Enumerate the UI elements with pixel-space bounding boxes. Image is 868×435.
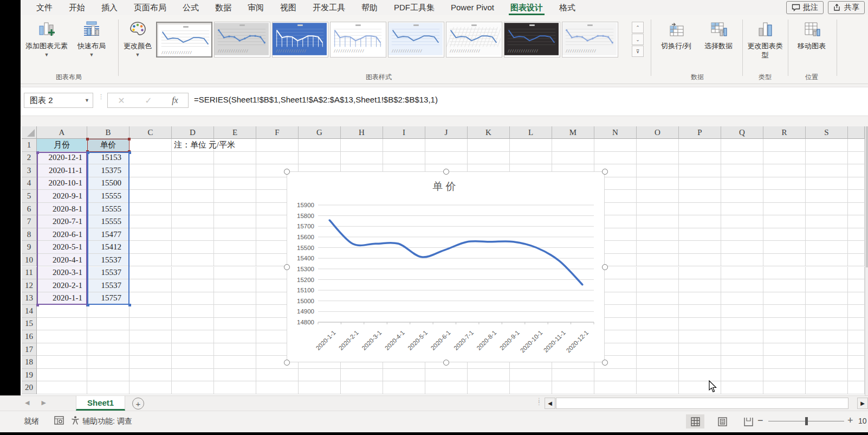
cell-P9[interactable] (679, 241, 721, 254)
change-colors-button[interactable]: 更改颜色 ▼ (121, 21, 154, 60)
cell-R4[interactable] (763, 177, 806, 190)
zoom-in-button[interactable]: + (847, 415, 853, 426)
cell-S6[interactable] (806, 203, 848, 216)
menu-tab-8[interactable]: 开发工具 (305, 0, 353, 15)
zoom-percentage[interactable]: 10 (858, 417, 867, 425)
formula-input[interactable]: =SERIES(Sheet1!$B$1,Sheet1!$A$2:$A$13,Sh… (194, 95, 438, 104)
cell-A7[interactable]: 2020-7-1 (37, 215, 87, 228)
sheet-nav-arrows[interactable]: ◀▶ (25, 399, 58, 406)
cell-M2[interactable] (552, 152, 594, 165)
row-header-18[interactable]: 18 (22, 356, 37, 369)
cell-R3[interactable] (763, 164, 806, 177)
select-data-button[interactable]: 选择数据 (698, 21, 739, 50)
row-header-9[interactable]: 9 (22, 241, 37, 254)
cell-partial-9[interactable] (848, 241, 865, 254)
row-header-14[interactable]: 14 (22, 305, 37, 318)
cell-O9[interactable] (637, 241, 679, 254)
cell-P3[interactable] (679, 164, 721, 177)
cell-partial-11[interactable] (848, 267, 865, 280)
cell-Q15[interactable] (721, 318, 763, 331)
chart-resize-handle-1[interactable] (443, 169, 449, 175)
cell-D20[interactable] (172, 381, 214, 394)
chart-style-4[interactable]: ////////////// (330, 22, 386, 57)
cell-D5[interactable] (172, 190, 214, 203)
cell-B8[interactable]: 15477 (87, 228, 129, 241)
cell-N2[interactable] (594, 152, 637, 165)
cell-M1[interactable] (552, 139, 594, 152)
cell-B14[interactable] (87, 305, 129, 318)
cell-P16[interactable] (679, 330, 721, 343)
cell-O13[interactable] (637, 292, 679, 305)
cell-P11[interactable] (679, 267, 721, 280)
cell-E11[interactable] (214, 267, 256, 280)
cell-C14[interactable] (129, 305, 172, 318)
cell-F19[interactable] (256, 369, 299, 382)
hscroll-right-arrow[interactable]: ▶ (857, 398, 868, 409)
chart-style-6[interactable]: ////////////// (446, 22, 502, 57)
cell-E12[interactable] (214, 279, 256, 292)
menu-tab-13[interactable]: 格式 (551, 0, 584, 15)
cell-C3[interactable] (129, 164, 172, 177)
cell-C11[interactable] (129, 267, 172, 280)
cell-K19[interactable] (468, 369, 510, 382)
cell-E20[interactable] (214, 381, 256, 394)
cell-Q12[interactable] (721, 279, 763, 292)
column-header-R[interactable]: R (763, 126, 806, 139)
cell-C13[interactable] (129, 292, 172, 305)
cell-Q7[interactable] (721, 215, 763, 228)
cell-C19[interactable] (129, 369, 172, 382)
cell-G20[interactable] (299, 381, 341, 394)
status-accessibility[interactable]: 辅助功能: 调查 (82, 417, 132, 426)
cell-partial-4[interactable] (848, 177, 865, 190)
cell-D12[interactable] (172, 279, 214, 292)
share-button[interactable]: 共享 (828, 1, 865, 14)
gallery-scroll-up-button[interactable]: ⌃ (632, 22, 644, 33)
cell-S9[interactable] (806, 241, 848, 254)
cell-S3[interactable] (806, 164, 848, 177)
menu-tab-12[interactable]: 图表设计 (502, 0, 551, 15)
cell-S10[interactable] (806, 254, 848, 267)
cell-R1[interactable] (763, 139, 806, 152)
tabbar-splitter[interactable]: ⋮⋮ (536, 399, 542, 404)
cell-P7[interactable] (679, 215, 721, 228)
cell-P17[interactable] (679, 343, 721, 356)
cell-Q10[interactable] (721, 254, 763, 267)
chart-resize-handle-3[interactable] (284, 264, 290, 270)
cell-O16[interactable] (637, 330, 679, 343)
cell-O20[interactable] (637, 381, 679, 394)
cell-A6[interactable]: 2020-8-1 (37, 203, 87, 216)
cell-L2[interactable] (510, 152, 552, 165)
cell-D1[interactable]: 注：单位 元/平米 (172, 139, 214, 152)
row-header-20[interactable]: 20 (22, 381, 37, 394)
cell-B16[interactable] (87, 330, 129, 343)
row-header-2[interactable]: 2 (22, 152, 37, 165)
cell-Q14[interactable] (721, 305, 763, 318)
menu-tab-5[interactable]: 数据 (207, 0, 239, 15)
cell-B12[interactable]: 15537 (87, 279, 129, 292)
cell-S2[interactable] (806, 152, 848, 165)
cell-L1[interactable] (510, 139, 552, 152)
add-chart-element-button[interactable]: 添加图表元素 ▼ (25, 21, 68, 60)
cell-C20[interactable] (129, 381, 172, 394)
column-header-I[interactable]: I (383, 126, 425, 139)
chart-object[interactable]: 单价 1480014900150001510015200153001540015… (287, 171, 605, 362)
cell-partial-15[interactable] (848, 318, 865, 331)
cell-E15[interactable] (214, 318, 256, 331)
cell-partial-14[interactable] (848, 305, 865, 318)
row-header-15[interactable]: 15 (22, 318, 37, 331)
cell-A1[interactable]: 月份 (37, 139, 87, 152)
view-page-layout-button[interactable] (713, 414, 731, 428)
menu-tab-4[interactable]: 公式 (174, 0, 207, 15)
cell-N20[interactable] (594, 381, 637, 394)
cell-R16[interactable] (763, 330, 806, 343)
row-header-3[interactable]: 3 (22, 164, 37, 177)
cell-Q13[interactable] (721, 292, 763, 305)
cell-A17[interactable] (37, 343, 87, 356)
cell-A4[interactable]: 2020-10-1 (37, 177, 87, 190)
cell-O19[interactable] (637, 369, 679, 382)
cell-E6[interactable] (214, 203, 256, 216)
cell-A18[interactable] (37, 356, 87, 369)
column-header-O[interactable]: O (637, 126, 679, 139)
cell-P14[interactable] (679, 305, 721, 318)
cell-D4[interactable] (172, 177, 214, 190)
